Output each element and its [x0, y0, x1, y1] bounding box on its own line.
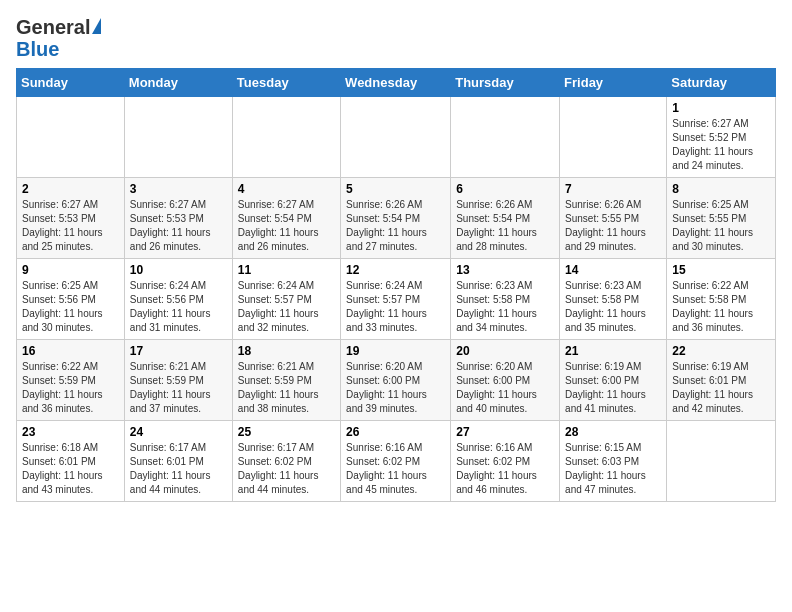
calendar-cell	[341, 97, 451, 178]
day-number: 4	[238, 182, 335, 196]
day-number: 25	[238, 425, 335, 439]
day-number: 5	[346, 182, 445, 196]
day-info: Sunrise: 6:22 AM Sunset: 5:59 PM Dayligh…	[22, 360, 119, 416]
calendar-cell: 16Sunrise: 6:22 AM Sunset: 5:59 PM Dayli…	[17, 340, 125, 421]
calendar-cell: 12Sunrise: 6:24 AM Sunset: 5:57 PM Dayli…	[341, 259, 451, 340]
day-info: Sunrise: 6:25 AM Sunset: 5:55 PM Dayligh…	[672, 198, 770, 254]
day-info: Sunrise: 6:24 AM Sunset: 5:57 PM Dayligh…	[238, 279, 335, 335]
calendar-cell: 6Sunrise: 6:26 AM Sunset: 5:54 PM Daylig…	[451, 178, 560, 259]
calendar-cell: 27Sunrise: 6:16 AM Sunset: 6:02 PM Dayli…	[451, 421, 560, 502]
calendar-cell: 10Sunrise: 6:24 AM Sunset: 5:56 PM Dayli…	[124, 259, 232, 340]
week-row-4: 16Sunrise: 6:22 AM Sunset: 5:59 PM Dayli…	[17, 340, 776, 421]
header-saturday: Saturday	[667, 69, 776, 97]
day-info: Sunrise: 6:26 AM Sunset: 5:54 PM Dayligh…	[456, 198, 554, 254]
day-number: 26	[346, 425, 445, 439]
calendar-cell: 8Sunrise: 6:25 AM Sunset: 5:55 PM Daylig…	[667, 178, 776, 259]
day-info: Sunrise: 6:25 AM Sunset: 5:56 PM Dayligh…	[22, 279, 119, 335]
day-number: 19	[346, 344, 445, 358]
day-number: 13	[456, 263, 554, 277]
calendar-cell: 22Sunrise: 6:19 AM Sunset: 6:01 PM Dayli…	[667, 340, 776, 421]
day-info: Sunrise: 6:24 AM Sunset: 5:57 PM Dayligh…	[346, 279, 445, 335]
day-number: 3	[130, 182, 227, 196]
day-number: 15	[672, 263, 770, 277]
calendar-cell: 3Sunrise: 6:27 AM Sunset: 5:53 PM Daylig…	[124, 178, 232, 259]
day-info: Sunrise: 6:21 AM Sunset: 5:59 PM Dayligh…	[238, 360, 335, 416]
calendar-cell: 11Sunrise: 6:24 AM Sunset: 5:57 PM Dayli…	[232, 259, 340, 340]
day-number: 1	[672, 101, 770, 115]
day-info: Sunrise: 6:16 AM Sunset: 6:02 PM Dayligh…	[456, 441, 554, 497]
calendar-cell	[560, 97, 667, 178]
calendar-cell: 7Sunrise: 6:26 AM Sunset: 5:55 PM Daylig…	[560, 178, 667, 259]
day-number: 24	[130, 425, 227, 439]
day-number: 11	[238, 263, 335, 277]
day-number: 16	[22, 344, 119, 358]
day-info: Sunrise: 6:27 AM Sunset: 5:54 PM Dayligh…	[238, 198, 335, 254]
day-number: 7	[565, 182, 661, 196]
header-tuesday: Tuesday	[232, 69, 340, 97]
calendar-cell: 5Sunrise: 6:26 AM Sunset: 5:54 PM Daylig…	[341, 178, 451, 259]
calendar-table: SundayMondayTuesdayWednesdayThursdayFrid…	[16, 68, 776, 502]
calendar-cell: 9Sunrise: 6:25 AM Sunset: 5:56 PM Daylig…	[17, 259, 125, 340]
calendar-cell: 4Sunrise: 6:27 AM Sunset: 5:54 PM Daylig…	[232, 178, 340, 259]
day-info: Sunrise: 6:18 AM Sunset: 6:01 PM Dayligh…	[22, 441, 119, 497]
day-info: Sunrise: 6:23 AM Sunset: 5:58 PM Dayligh…	[565, 279, 661, 335]
day-number: 28	[565, 425, 661, 439]
day-info: Sunrise: 6:27 AM Sunset: 5:53 PM Dayligh…	[22, 198, 119, 254]
day-number: 21	[565, 344, 661, 358]
header-monday: Monday	[124, 69, 232, 97]
calendar-cell: 14Sunrise: 6:23 AM Sunset: 5:58 PM Dayli…	[560, 259, 667, 340]
day-info: Sunrise: 6:24 AM Sunset: 5:56 PM Dayligh…	[130, 279, 227, 335]
calendar-cell	[451, 97, 560, 178]
header-wednesday: Wednesday	[341, 69, 451, 97]
calendar-cell: 24Sunrise: 6:17 AM Sunset: 6:01 PM Dayli…	[124, 421, 232, 502]
calendar-cell	[17, 97, 125, 178]
logo-general: General	[16, 16, 101, 38]
day-number: 17	[130, 344, 227, 358]
day-number: 20	[456, 344, 554, 358]
header-thursday: Thursday	[451, 69, 560, 97]
day-number: 23	[22, 425, 119, 439]
day-info: Sunrise: 6:27 AM Sunset: 5:52 PM Dayligh…	[672, 117, 770, 173]
day-number: 6	[456, 182, 554, 196]
day-info: Sunrise: 6:19 AM Sunset: 6:01 PM Dayligh…	[672, 360, 770, 416]
day-info: Sunrise: 6:22 AM Sunset: 5:58 PM Dayligh…	[672, 279, 770, 335]
day-info: Sunrise: 6:17 AM Sunset: 6:01 PM Dayligh…	[130, 441, 227, 497]
week-row-2: 2Sunrise: 6:27 AM Sunset: 5:53 PM Daylig…	[17, 178, 776, 259]
day-info: Sunrise: 6:27 AM Sunset: 5:53 PM Dayligh…	[130, 198, 227, 254]
day-number: 14	[565, 263, 661, 277]
day-info: Sunrise: 6:20 AM Sunset: 6:00 PM Dayligh…	[456, 360, 554, 416]
day-info: Sunrise: 6:19 AM Sunset: 6:00 PM Dayligh…	[565, 360, 661, 416]
week-row-5: 23Sunrise: 6:18 AM Sunset: 6:01 PM Dayli…	[17, 421, 776, 502]
calendar-cell: 13Sunrise: 6:23 AM Sunset: 5:58 PM Dayli…	[451, 259, 560, 340]
day-info: Sunrise: 6:26 AM Sunset: 5:54 PM Dayligh…	[346, 198, 445, 254]
header-friday: Friday	[560, 69, 667, 97]
calendar-header-row: SundayMondayTuesdayWednesdayThursdayFrid…	[17, 69, 776, 97]
calendar-cell	[667, 421, 776, 502]
calendar-cell: 25Sunrise: 6:17 AM Sunset: 6:02 PM Dayli…	[232, 421, 340, 502]
header: General Blue	[16, 16, 776, 60]
day-info: Sunrise: 6:17 AM Sunset: 6:02 PM Dayligh…	[238, 441, 335, 497]
calendar-cell: 23Sunrise: 6:18 AM Sunset: 6:01 PM Dayli…	[17, 421, 125, 502]
day-number: 12	[346, 263, 445, 277]
calendar-cell: 15Sunrise: 6:22 AM Sunset: 5:58 PM Dayli…	[667, 259, 776, 340]
calendar-cell: 28Sunrise: 6:15 AM Sunset: 6:03 PM Dayli…	[560, 421, 667, 502]
calendar-cell	[232, 97, 340, 178]
day-info: Sunrise: 6:21 AM Sunset: 5:59 PM Dayligh…	[130, 360, 227, 416]
day-info: Sunrise: 6:20 AM Sunset: 6:00 PM Dayligh…	[346, 360, 445, 416]
day-number: 8	[672, 182, 770, 196]
week-row-1: 1Sunrise: 6:27 AM Sunset: 5:52 PM Daylig…	[17, 97, 776, 178]
logo-blue: Blue	[16, 38, 59, 60]
calendar-cell: 1Sunrise: 6:27 AM Sunset: 5:52 PM Daylig…	[667, 97, 776, 178]
day-number: 2	[22, 182, 119, 196]
calendar-cell: 2Sunrise: 6:27 AM Sunset: 5:53 PM Daylig…	[17, 178, 125, 259]
day-info: Sunrise: 6:26 AM Sunset: 5:55 PM Dayligh…	[565, 198, 661, 254]
calendar-cell: 17Sunrise: 6:21 AM Sunset: 5:59 PM Dayli…	[124, 340, 232, 421]
day-info: Sunrise: 6:15 AM Sunset: 6:03 PM Dayligh…	[565, 441, 661, 497]
day-info: Sunrise: 6:23 AM Sunset: 5:58 PM Dayligh…	[456, 279, 554, 335]
day-number: 18	[238, 344, 335, 358]
day-number: 22	[672, 344, 770, 358]
day-info: Sunrise: 6:16 AM Sunset: 6:02 PM Dayligh…	[346, 441, 445, 497]
logo: General Blue	[16, 16, 101, 60]
day-number: 10	[130, 263, 227, 277]
calendar-cell: 21Sunrise: 6:19 AM Sunset: 6:00 PM Dayli…	[560, 340, 667, 421]
